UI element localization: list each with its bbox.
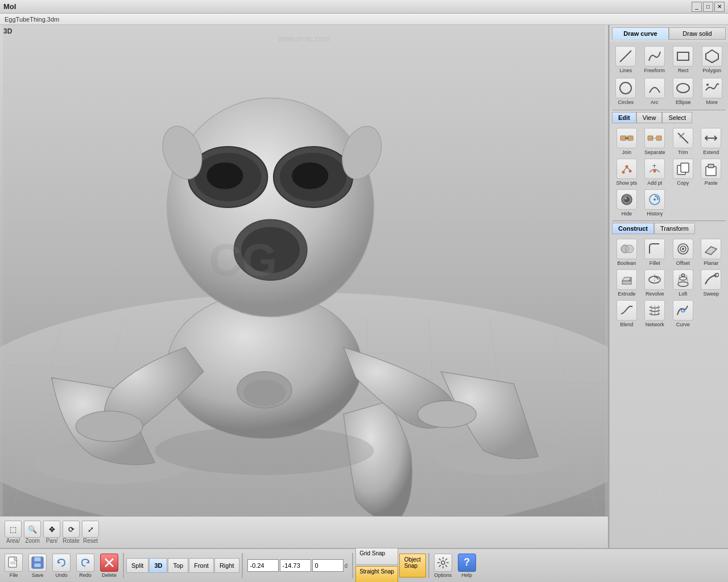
freeform-tool[interactable]: Freeform bbox=[641, 44, 669, 75]
fillet-icon bbox=[644, 239, 665, 259]
construct-tab[interactable]: Construct bbox=[612, 223, 654, 234]
draw-tab-row: Draw curve Draw solid bbox=[612, 27, 726, 40]
transform-tab[interactable]: Transform bbox=[654, 223, 695, 234]
undo-icon bbox=[52, 554, 71, 572]
pan-tool-button[interactable]: ✥ bbox=[43, 521, 60, 538]
viewport-3d[interactable]: 3D www.rr-sc.com bbox=[0, 25, 609, 548]
y-coord-field[interactable] bbox=[280, 559, 311, 572]
help-label: Help bbox=[461, 572, 472, 578]
offset-label: Offset bbox=[676, 260, 690, 266]
options-button[interactable]: Options bbox=[432, 552, 454, 579]
lines-tool[interactable]: Lines bbox=[612, 44, 640, 75]
reset-tool-button[interactable]: ⤢ bbox=[82, 521, 99, 538]
grid-snap-button[interactable]: Grid Snap bbox=[355, 548, 398, 565]
svg-point-68 bbox=[626, 245, 634, 253]
svg-point-78 bbox=[678, 282, 688, 286]
hide-tool[interactable]: Hide bbox=[613, 188, 640, 218]
boolean-tool[interactable]: Boolean bbox=[613, 238, 640, 267]
fillet-tool[interactable]: Fillet bbox=[642, 238, 669, 267]
help-button[interactable]: ? Help bbox=[456, 552, 478, 579]
blend-tool[interactable]: Blend bbox=[613, 299, 640, 329]
delete-button[interactable]: Delete bbox=[98, 552, 121, 579]
extrude-tool[interactable]: Extrude bbox=[613, 268, 640, 298]
area-tool-button[interactable]: ⬚ bbox=[5, 521, 22, 538]
add-pt-tool[interactable]: + Add pt bbox=[642, 157, 669, 187]
extend-tool[interactable]: Extend bbox=[698, 127, 725, 156]
redo-icon bbox=[76, 554, 94, 572]
hide-icon bbox=[617, 189, 637, 210]
save-button[interactable]: Save bbox=[26, 552, 49, 579]
straight-snap-button[interactable]: Straight Snap bbox=[355, 566, 398, 582]
history-label: History bbox=[647, 211, 663, 217]
arc-label: Arc bbox=[651, 99, 659, 105]
x-coord-field[interactable] bbox=[247, 559, 279, 572]
ellipse-tool[interactable]: Ellipse bbox=[669, 76, 697, 107]
z-coord-field[interactable] bbox=[312, 559, 344, 572]
pan-label: Pan/ bbox=[46, 538, 58, 544]
svg-rect-59 bbox=[681, 163, 689, 172]
copy-tool[interactable]: Copy bbox=[669, 157, 697, 187]
coord-label: d bbox=[345, 563, 348, 569]
minimize-button[interactable]: _ bbox=[692, 2, 702, 12]
rect-tool[interactable]: Rect bbox=[669, 44, 697, 75]
sweep-icon bbox=[701, 269, 721, 290]
paste-tool[interactable]: Paste bbox=[698, 157, 725, 187]
sweep-tool[interactable]: Sweep bbox=[698, 268, 725, 298]
undo-button[interactable]: Undo bbox=[50, 552, 73, 579]
maximize-button[interactable]: □ bbox=[703, 2, 713, 12]
rect-icon bbox=[673, 46, 693, 66]
top-view-button[interactable]: Top bbox=[168, 558, 188, 573]
file-button[interactable]: File bbox=[2, 552, 25, 579]
curve-tool[interactable]: Curve bbox=[669, 299, 697, 329]
separator-2 bbox=[242, 553, 243, 578]
viewport-label: 3D bbox=[3, 27, 12, 35]
show-pts-tool[interactable]: Show pts bbox=[613, 157, 640, 187]
file-bar: EggTubeThing.3dm bbox=[0, 14, 728, 25]
options-icon bbox=[434, 554, 452, 572]
loft-label: Loft bbox=[679, 291, 687, 297]
history-tool[interactable]: History bbox=[642, 188, 669, 218]
draw-solid-tab[interactable]: Draw solid bbox=[669, 27, 726, 40]
polygon-tool[interactable]: Polygon bbox=[698, 44, 726, 75]
network-tool[interactable]: Network bbox=[642, 299, 669, 329]
circles-tool[interactable]: Circles bbox=[612, 76, 640, 107]
lines-label: Lines bbox=[619, 68, 632, 73]
title-bar: MoI _ □ ✕ bbox=[0, 0, 728, 14]
svg-point-30 bbox=[292, 163, 328, 189]
separate-tool[interactable]: Separate bbox=[642, 127, 669, 156]
planar-tool[interactable]: Planar bbox=[698, 238, 725, 267]
close-button[interactable]: ✕ bbox=[714, 2, 725, 12]
revolve-icon bbox=[644, 269, 665, 290]
object-snap-button[interactable]: ObjectSnap bbox=[399, 554, 426, 577]
svg-rect-39 bbox=[677, 52, 689, 60]
revolve-tool[interactable]: Revolve bbox=[642, 268, 669, 298]
svg-text:+: + bbox=[652, 162, 656, 170]
offset-tool[interactable]: Offset bbox=[669, 238, 697, 267]
more-tool[interactable]: More bbox=[698, 76, 726, 107]
edit-tab[interactable]: Edit bbox=[612, 112, 636, 123]
add-pt-icon: + bbox=[644, 159, 665, 179]
freeform-icon bbox=[644, 46, 665, 66]
loft-tool[interactable]: Loft bbox=[669, 268, 697, 298]
curve-label: Curve bbox=[676, 322, 690, 327]
draw-curve-tab[interactable]: Draw curve bbox=[612, 27, 669, 40]
3d-view-button[interactable]: 3D bbox=[149, 558, 167, 573]
pan-group: ✥ Pan/ bbox=[43, 521, 60, 544]
view-tab[interactable]: View bbox=[636, 112, 663, 123]
construct-tools-section: Boolean Fillet Offset bbox=[610, 235, 728, 331]
front-view-button[interactable]: Front bbox=[189, 558, 214, 573]
rotate-label: Rotate bbox=[63, 538, 79, 544]
split-view-button[interactable]: Split bbox=[126, 558, 148, 573]
arc-tool[interactable]: Arc bbox=[641, 76, 669, 107]
rotate-tool-button[interactable]: ⟳ bbox=[63, 521, 80, 538]
select-tab[interactable]: Select bbox=[662, 112, 692, 123]
trim-tool[interactable]: Trim bbox=[669, 127, 697, 156]
right-view-button[interactable]: Right bbox=[214, 558, 239, 573]
extrude-icon bbox=[617, 269, 637, 290]
file-icon bbox=[5, 554, 23, 572]
redo-button[interactable]: Redo bbox=[74, 552, 97, 579]
blend-icon bbox=[617, 300, 637, 321]
join-tool[interactable]: Join bbox=[613, 127, 640, 156]
status-bar: File Save Undo Redo Delete Split 3D Top … bbox=[0, 548, 728, 582]
zoom-tool-button[interactable]: 🔍 bbox=[24, 521, 41, 538]
